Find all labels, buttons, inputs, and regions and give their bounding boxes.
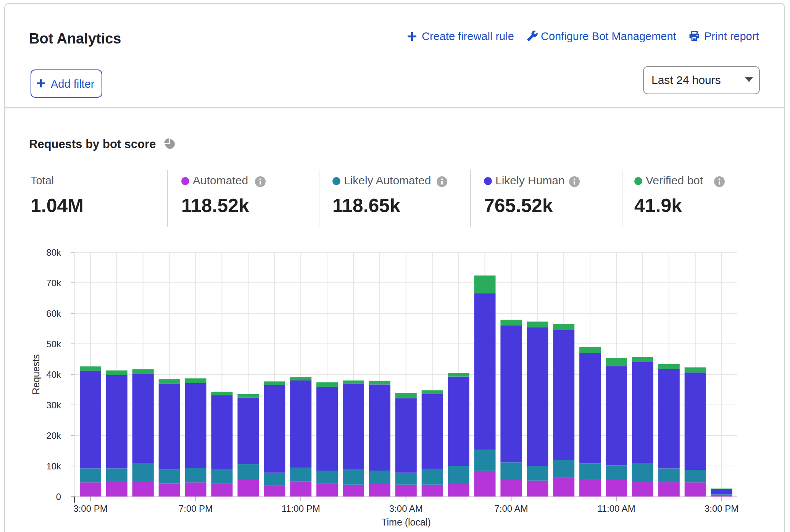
svg-text:Requests: Requests <box>31 354 41 395</box>
svg-text:7:00 AM: 7:00 AM <box>494 503 528 514</box>
svg-text:0: 0 <box>56 492 61 502</box>
svg-text:20k: 20k <box>46 430 61 441</box>
svg-text:3:00 PM: 3:00 PM <box>705 503 738 514</box>
svg-text:11:00 PM: 11:00 PM <box>282 503 320 514</box>
svg-text:3:00 PM: 3:00 PM <box>73 503 107 514</box>
svg-text:30k: 30k <box>46 400 61 410</box>
svg-text:Time (local): Time (local) <box>381 517 431 527</box>
svg-text:7:00 PM: 7:00 PM <box>179 503 213 514</box>
svg-text:10k: 10k <box>46 461 61 471</box>
svg-text:3:00 AM: 3:00 AM <box>389 503 423 514</box>
svg-text:40k: 40k <box>46 369 61 380</box>
svg-text:60k: 60k <box>46 308 61 319</box>
svg-text:50k: 50k <box>46 339 61 349</box>
svg-text:11:00 AM: 11:00 AM <box>597 503 635 514</box>
svg-text:70k: 70k <box>46 278 61 288</box>
svg-text:80k: 80k <box>46 247 61 258</box>
